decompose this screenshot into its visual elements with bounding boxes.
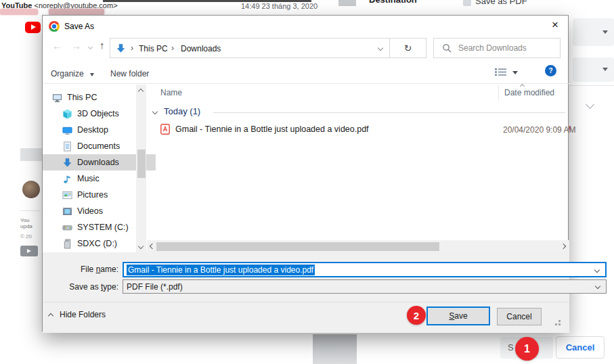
avatar [22, 181, 40, 198]
scrollbar-thumb[interactable] [137, 150, 146, 178]
close-button[interactable]: × [542, 16, 568, 35]
screen: YouTube <noreply@youtube.com> 14:49 23 t… [0, 0, 614, 364]
sidebar-scrollbar[interactable] [136, 85, 146, 252]
chevron-down-icon[interactable] [594, 267, 600, 273]
selected-text: Gmail - Tiennie in a Bottle just uploade… [127, 265, 315, 275]
sidebar-label: SYSTEM (C:) [77, 223, 129, 232]
email-footer-line1: You [20, 217, 30, 223]
email-date: 14:49 23 tháng 3, 2020 [241, 2, 317, 10]
recent-locations-chevron-icon[interactable] [88, 45, 93, 49]
divider [569, 85, 614, 86]
cancel-button[interactable]: Cancel [497, 308, 542, 325]
forward-button[interactable]: → [71, 40, 81, 51]
sidebar-label: Pictures [77, 190, 108, 200]
scroll-right-icon[interactable] [561, 244, 566, 249]
file-row[interactable]: Gmail - Tiennie in a Bottle just uploade… [148, 122, 569, 137]
redacted-text [0, 9, 38, 15]
chevron-down-icon[interactable] [586, 100, 594, 109]
group-divider [213, 112, 565, 113]
dialog-title: Save As [64, 22, 94, 31]
cube-icon [62, 109, 72, 119]
question-icon: ? [548, 67, 552, 74]
computer-icon [52, 93, 62, 103]
pdf-destination-icon [463, 0, 471, 6]
drive-icon [62, 223, 72, 233]
hide-folders-button[interactable]: Hide Folders [60, 310, 106, 319]
resize-grip[interactable] [558, 320, 561, 322]
organize-button[interactable]: Organize [51, 69, 84, 78]
view-list-icon[interactable] [495, 68, 506, 76]
print-scrollbar-fragment[interactable] [338, 0, 356, 6]
selected-option: PDF File (*.pdf) [127, 282, 183, 292]
refresh-button[interactable]: ↻ [390, 38, 426, 58]
sidebar-label: SDXC (D:) [77, 239, 117, 248]
new-folder-button[interactable]: New folder [110, 69, 149, 78]
breadcrumb-separator: › [131, 43, 133, 53]
address-bar[interactable]: › This PC › Downloads [110, 38, 390, 58]
file-name-input[interactable]: Gmail - Tiennie in a Bottle just uploade… [123, 262, 607, 277]
sidebar-label: Downloads [77, 158, 119, 167]
save-as-type-label: Save as type: [43, 282, 118, 292]
breadcrumb-separator: › [171, 43, 174, 53]
close-icon: × [552, 18, 558, 32]
print-dropdown[interactable] [573, 18, 614, 46]
chevron-down-icon[interactable] [595, 283, 600, 289]
chevron-down-icon [602, 30, 608, 34]
print-destination-label: Destination [369, 0, 417, 5]
up-button[interactable]: ↑ [100, 39, 105, 51]
label-text: ype: [103, 282, 118, 292]
file-name[interactable]: Gmail - Tiennie in a Bottle just uploade… [175, 124, 369, 134]
chrome-icon [49, 21, 60, 32]
scroll-down-icon[interactable] [138, 244, 144, 249]
print-save-as-pdf: Save as PDF [475, 0, 527, 6]
sidebar-item-this-pc[interactable]: This PC [43, 89, 146, 106]
print-cancel-label: Cancel [566, 342, 595, 352]
print-dropdown[interactable] [573, 58, 614, 82]
address-chevron-down-icon[interactable] [378, 45, 383, 51]
print-cancel-button[interactable]: Cancel [556, 336, 605, 359]
redacted-text [49, 9, 104, 15]
file-name-label: File name: [43, 265, 118, 274]
play-triangle-icon [31, 24, 36, 30]
breadcrumb-downloads[interactable]: Downloads [181, 44, 221, 53]
top-divider [103, 0, 311, 2]
back-button[interactable]: ← [52, 40, 62, 51]
print-save-button-label: S [508, 342, 514, 352]
save-button[interactable]: Save [426, 306, 490, 325]
picture-icon [62, 190, 72, 200]
organize-chevron-icon [90, 73, 94, 76]
group-header[interactable]: Today (1) [164, 106, 200, 116]
search-box[interactable] [433, 38, 561, 58]
annotation-step-1: 1 [515, 337, 539, 361]
film-icon [62, 206, 72, 217]
save-label: ave [454, 311, 467, 321]
cancel-label: Cancel [506, 312, 531, 321]
sidebar-label: Documents [77, 141, 120, 151]
column-header-date-modified[interactable]: Date modified [504, 88, 554, 97]
email-footer-line2: upda [20, 223, 32, 229]
email-copyright: © 20 [20, 233, 32, 240]
desktop-icon [62, 125, 72, 135]
file-date-modified: 20/04/2020 9:09 AM [503, 125, 575, 135]
horizontal-scrollbar[interactable] [147, 240, 569, 252]
sidebar-label: This PC [67, 93, 97, 102]
sidebar-label: 3D Objects [77, 109, 119, 118]
save-as-type-select[interactable]: PDF File (*.pdf) [123, 279, 607, 294]
scroll-left-icon[interactable] [150, 244, 155, 249]
scrollbar-thumb[interactable] [156, 242, 439, 251]
breadcrumb-this-pc[interactable]: This PC [139, 44, 168, 53]
chevron-down-icon [602, 68, 608, 71]
search-input[interactable] [457, 43, 548, 53]
annotation-step-2: 2 [407, 306, 426, 325]
view-chevron-icon[interactable] [512, 71, 518, 74]
youtube-footer-button[interactable] [20, 246, 38, 256]
email-gray-band [20, 148, 42, 161]
help-button[interactable]: ? [545, 65, 556, 76]
column-divider[interactable] [498, 85, 499, 100]
toolbar-divider [43, 83, 569, 84]
refresh-icon: ↻ [404, 43, 412, 53]
column-header-name[interactable]: Name [160, 88, 182, 97]
label-text: ame: [100, 265, 118, 274]
scroll-up-icon[interactable] [138, 89, 144, 94]
print-preview-area [313, 334, 357, 364]
